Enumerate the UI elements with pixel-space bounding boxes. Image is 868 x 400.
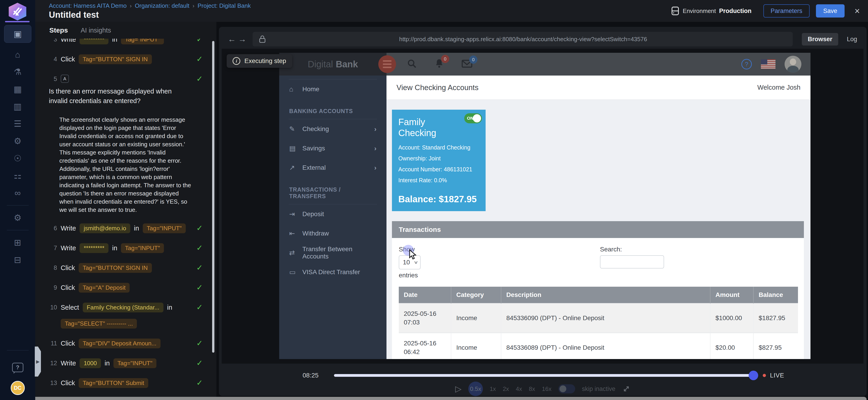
tab-ai-insights[interactable]: AI insights: [81, 27, 111, 34]
chevron-right-icon: ›: [374, 144, 376, 152]
table-header-row: DateCategoryDescriptionAmountBalance: [399, 287, 798, 303]
skip-inactive-toggle[interactable]: [558, 384, 575, 393]
layers-settings-icon[interactable]: ⊞: [0, 234, 35, 251]
list-icon[interactable]: ☰: [0, 115, 35, 133]
tab-log[interactable]: Log: [845, 33, 859, 46]
step-success-check-icon: ✓: [196, 359, 203, 368]
browser-stage: i Executing step Digital Bank: [222, 49, 864, 364]
gear-icon[interactable]: ⚙: [0, 209, 35, 226]
bank-sidebar-item-external[interactable]: ↗External›: [279, 158, 386, 177]
settings-icon[interactable]: ⚙: [0, 133, 35, 150]
step-success-check-icon: ✓: [196, 39, 203, 44]
steps-scrollbar[interactable]: [212, 41, 214, 353]
incognito-icon[interactable]: ☉: [0, 150, 35, 167]
column-header-category[interactable]: Category: [451, 287, 501, 303]
divider: [7, 230, 29, 230]
bank-sidebar-item-checking[interactable]: ✎Checking›: [279, 119, 386, 139]
bank-sidebar-section-header: BANKING ACCOUNTS: [279, 99, 386, 119]
timeline-track[interactable]: [334, 374, 757, 377]
lab-icon[interactable]: ⚗: [0, 63, 35, 81]
step-success-check-icon: ✓: [196, 243, 203, 252]
hamburger-menu-button[interactable]: [378, 55, 396, 73]
bank-sidebar-item-transfer-between-accounts[interactable]: ⇄Transfer Between Accounts: [279, 243, 386, 262]
transfer-icon: ⇄: [289, 249, 302, 257]
sidebar-bottom: ? DC: [0, 346, 35, 395]
mail-icon[interactable]: 0: [462, 59, 472, 69]
table-cell: 2025-05-16 06:42: [399, 333, 451, 359]
step-row[interactable]: 11ClickTag="DIV" Deposit Amoun...✓: [49, 339, 207, 348]
step-row[interactable]: 8ClickTag="BUTTON" SIGN IN✓: [49, 263, 207, 273]
environment-value[interactable]: Production: [719, 7, 752, 15]
bank-sidebar-item-visa-direct-transfer[interactable]: ▭VISA Direct Transfer: [279, 262, 386, 282]
language-flag-icon[interactable]: [761, 59, 775, 69]
account-card-details: Account: Standard CheckingOwnership: Joi…: [398, 144, 479, 183]
column-header-balance[interactable]: Balance: [753, 287, 798, 303]
transactions-panel-title: Transactions: [392, 221, 804, 238]
speed-button-1x[interactable]: 1x: [490, 385, 496, 393]
help-icon[interactable]: ?: [741, 59, 752, 69]
forward-arrow-icon[interactable]: →: [237, 34, 248, 44]
step-row[interactable]: 13ClickTag="BUTTON" Submit✓: [49, 378, 207, 388]
timeline-thumb[interactable]: [749, 371, 758, 380]
grid-icon[interactable]: ▦: [0, 81, 35, 98]
save-button[interactable]: Save: [816, 4, 845, 18]
play-icon[interactable]: ▷: [455, 384, 462, 394]
pipeline-icon[interactable]: ⚏: [0, 167, 35, 184]
speed-button-0.5x[interactable]: 0.5x: [468, 381, 483, 396]
step-row[interactable]: 4ClickTag="BUTTON" SIGN IN✓: [49, 54, 207, 64]
bank-sidebar-item-home[interactable]: ⌂Home: [279, 79, 386, 99]
tab-steps[interactable]: Steps: [49, 26, 68, 34]
breadcrumb-account[interactable]: Account: Harness AITA Demo: [49, 2, 127, 9]
bank-sidebar-label: Checking: [302, 125, 329, 133]
harness-logo-icon[interactable]: [8, 3, 27, 21]
board-icon[interactable]: ▥: [0, 98, 35, 115]
search-icon[interactable]: [407, 59, 417, 69]
speed-button-8x[interactable]: 8x: [529, 385, 535, 393]
close-icon[interactable]: ×: [855, 6, 860, 16]
column-header-description[interactable]: Description: [501, 287, 710, 303]
step-success-check-icon: ✓: [196, 303, 203, 312]
speed-button-2x[interactable]: 2x: [503, 385, 509, 393]
fullscreen-icon[interactable]: [622, 385, 630, 393]
step-row[interactable]: 5AIs there an error message displayed wh…: [49, 74, 207, 106]
steps-scroll-area[interactable]: 3Write*********inTag="INPUT"✓4ClickTag="…: [35, 39, 216, 400]
panel-collapse-handle[interactable]: ▶: [35, 346, 41, 377]
page-size-select[interactable]: 10 ∨: [399, 255, 421, 269]
speed-button-16x[interactable]: 16x: [542, 385, 552, 393]
step-row[interactable]: 12Write1000inTag="INPUT"✓: [49, 359, 207, 368]
parameters-button[interactable]: Parameters: [764, 4, 810, 18]
breadcrumb-project[interactable]: Project: Digital Bank: [197, 2, 251, 9]
column-header-date[interactable]: Date: [399, 287, 451, 303]
step-row[interactable]: 7Write*********inTag="INPUT"✓: [49, 243, 207, 253]
bank-sidebar-item-savings[interactable]: ▤Savings›: [279, 139, 386, 158]
transactions-panel-body: Show 10 ∨ entries Search:: [392, 238, 804, 359]
divider: [7, 350, 29, 350]
column-header-amount[interactable]: Amount: [710, 287, 753, 303]
step-row[interactable]: 10SelectFamily Checking (Standar...inTag…: [49, 303, 207, 328]
tests-icon[interactable]: ▣: [4, 25, 31, 43]
home-icon[interactable]: ⌂: [0, 46, 35, 63]
account-card[interactable]: Family Checking ON Account: Standard Che…: [392, 110, 486, 211]
account-toggle[interactable]: ON: [464, 113, 482, 123]
org-settings-icon[interactable]: ⊟: [0, 251, 35, 268]
bank-user-avatar[interactable]: [784, 56, 801, 73]
bank-brand[interactable]: Digital Bank: [279, 53, 386, 76]
bank-sidebar-item-deposit[interactable]: ⇥Deposit: [279, 204, 386, 224]
step-row[interactable]: 6Writejsmith@demo.ioinTag="INPUT"✓: [49, 223, 207, 233]
url-bar[interactable]: http://prod.dbank.staging-apps.relicx.ai…: [253, 32, 793, 47]
step-connector: in: [112, 39, 117, 43]
speed-button-4x[interactable]: 4x: [516, 385, 522, 393]
account-detail-line: Ownership: Joint: [398, 155, 479, 162]
breadcrumb-organization[interactable]: Organization: default: [135, 2, 189, 9]
notifications-bell-icon[interactable]: 0: [434, 58, 444, 70]
bank-sidebar-item-withdraw[interactable]: ⇤Withdraw: [279, 224, 386, 243]
help-chat-icon[interactable]: ?: [12, 363, 23, 372]
step-row[interactable]: 9ClickTag="A" Deposit✓: [49, 283, 207, 293]
tab-browser[interactable]: Browser: [802, 33, 838, 46]
user-avatar[interactable]: DC: [11, 381, 25, 395]
infinity-icon[interactable]: ∞: [0, 184, 35, 202]
account-detail-line: Account: Standard Checking: [398, 144, 479, 151]
back-arrow-icon[interactable]: ←: [227, 34, 237, 44]
step-row[interactable]: 3Write*********inTag="INPUT"✓: [49, 39, 207, 45]
search-input[interactable]: [600, 255, 664, 268]
